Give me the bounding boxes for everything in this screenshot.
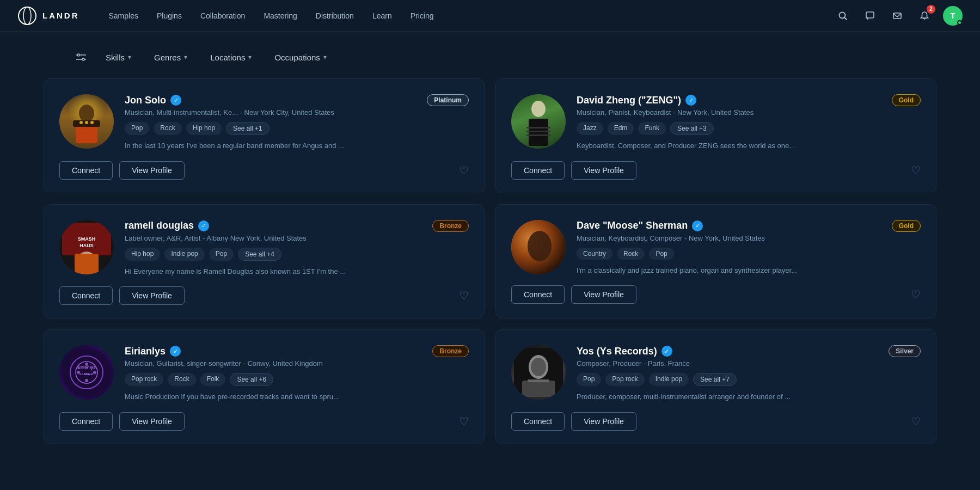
svg-point-36	[77, 371, 80, 374]
filter-settings-button[interactable]	[71, 47, 91, 68]
tag-1[interactable]: Rock	[617, 248, 645, 260]
nav-collaboration[interactable]: Collaboration	[193, 8, 253, 23]
avatar-yos-records	[511, 345, 566, 400]
tag-see-all[interactable]: See all +6	[230, 373, 273, 386]
svg-point-18	[531, 101, 546, 117]
view-profile-button[interactable]: View Profile	[119, 412, 185, 431]
svg-rect-21	[526, 131, 550, 132]
bio-text: In the last 10 years I've been a regular…	[125, 140, 408, 151]
profiles-grid: Jon Solo ✓ Platinum Musician, Multi-inst…	[44, 78, 936, 444]
favorite-button[interactable]: ♡	[911, 415, 921, 428]
tag-see-all[interactable]: See all +1	[226, 122, 270, 135]
bio-text: I'm a classically and jazz trained piano…	[577, 265, 860, 276]
genres-chevron-icon: ▾	[184, 53, 187, 61]
connect-button[interactable]: Connect	[511, 161, 565, 180]
favorite-button[interactable]: ♡	[911, 164, 921, 177]
svg-rect-22	[526, 134, 550, 136]
bio-text: Keyboardist, Composer, and Producer ZENG…	[577, 140, 860, 151]
bio-text: Producer, composer, multi-instrumentalis…	[577, 391, 860, 402]
nav-plugins[interactable]: Plugins	[149, 8, 189, 23]
svg-point-37	[93, 371, 96, 374]
locations-filter[interactable]: Locations ▾	[201, 48, 260, 66]
card-info: David Zheng ("ZENG") ✓ Gold Musician, Pi…	[577, 94, 921, 151]
locations-filter-label: Locations	[210, 53, 245, 62]
search-icon-button[interactable]	[834, 7, 852, 24]
card-top: Yos (Ys Records) ✓ Silver Composer, Prod…	[511, 345, 921, 402]
genres-filter[interactable]: Genres ▾	[145, 48, 196, 66]
tag-see-all[interactable]: See all +4	[238, 248, 281, 261]
genres-filter-label: Genres	[154, 53, 181, 62]
tag-1[interactable]: Rock	[168, 373, 195, 386]
connect-button[interactable]: Connect	[59, 286, 113, 305]
user-avatar-button[interactable]: T	[943, 6, 963, 26]
profile-card-eirianlys: Eirianlys ca Music Eirianlys ✓	[44, 329, 485, 444]
profile-meta: Musician, Pianist, Keyboardist - New Yor…	[577, 108, 921, 117]
nav-pricing[interactable]: Pricing	[403, 8, 442, 23]
brand-logo[interactable]: LANDR	[17, 6, 79, 26]
tag-2[interactable]: Hip hop	[186, 122, 222, 135]
view-profile-button[interactable]: View Profile	[119, 286, 185, 305]
tag-2[interactable]: Pop	[209, 248, 234, 261]
favorite-button[interactable]: ♡	[911, 288, 921, 301]
yos-avatar-art	[511, 345, 566, 400]
tag-1[interactable]: Pop rock	[605, 373, 644, 386]
tag-0[interactable]: Pop	[125, 122, 149, 135]
tags-row: Country Rock Pop	[577, 248, 921, 260]
profile-card-dave-moose-sherman: Dave "Moose" Sherman ✓ Gold Musician, Ke…	[495, 204, 936, 319]
tag-2[interactable]: Indie pop	[649, 373, 689, 386]
tag-0[interactable]: Pop	[577, 373, 601, 386]
favorite-button[interactable]: ♡	[459, 289, 469, 302]
nav-mastering[interactable]: Mastering	[256, 8, 304, 23]
card-top: Dave "Moose" Sherman ✓ Gold Musician, Ke…	[511, 220, 921, 276]
connect-button[interactable]: Connect	[511, 412, 565, 431]
favorite-button[interactable]: ♡	[459, 164, 469, 177]
card-actions: Connect View Profile ♡	[59, 412, 469, 431]
tag-0[interactable]: Pop rock	[125, 373, 163, 386]
svg-text:ca Music: ca Music	[79, 372, 94, 376]
skills-filter[interactable]: Skills ▾	[97, 48, 140, 66]
notifications-button[interactable]: 2	[916, 7, 933, 24]
card-top: SMASH HAUS ramell douglas ✓ Bronze	[59, 220, 469, 277]
mail-icon-button[interactable]	[889, 7, 906, 24]
chat-icon-button[interactable]	[861, 7, 879, 24]
tags-row: Hip hop Indie pop Pop See all +4	[125, 248, 469, 261]
favorite-button[interactable]: ♡	[459, 415, 469, 428]
card-header: Jon Solo ✓ Platinum	[125, 94, 469, 106]
avatar-david-zheng	[511, 94, 566, 149]
tag-1[interactable]: Indie pop	[164, 248, 204, 261]
online-status-dot	[957, 20, 962, 25]
card-header: Yos (Ys Records) ✓ Silver	[577, 345, 921, 357]
tag-2[interactable]: Pop	[649, 248, 673, 260]
card-header: David Zheng ("ZENG") ✓ Gold	[577, 94, 921, 106]
profile-meta: Composer, Producer - Paris, France	[577, 359, 921, 367]
profile-name: David Zheng ("ZENG")	[577, 95, 681, 106]
nav-learn[interactable]: Learn	[365, 8, 400, 23]
tag-0[interactable]: Hip hop	[125, 248, 160, 261]
bio-text: Hi Everyone my name is Ramell Douglas al…	[125, 266, 408, 277]
connect-button[interactable]: Connect	[511, 285, 565, 304]
nav-samples[interactable]: Samples	[101, 8, 146, 23]
view-profile-button[interactable]: View Profile	[119, 161, 185, 180]
occupations-filter[interactable]: Occupations ▾	[266, 48, 335, 66]
card-top: Jon Solo ✓ Platinum Musician, Multi-inst…	[59, 94, 469, 151]
nav-distribution[interactable]: Distribution	[308, 8, 362, 23]
tag-1[interactable]: Rock	[154, 122, 181, 135]
svg-line-3	[845, 17, 847, 20]
tag-1[interactable]: Edm	[608, 122, 634, 135]
card-actions: Connect View Profile ♡	[511, 412, 921, 431]
tag-2[interactable]: Folk	[200, 373, 226, 386]
profile-name: Eirianlys	[125, 346, 166, 357]
tag-0[interactable]: Jazz	[577, 122, 603, 135]
tag-see-all[interactable]: See all +7	[693, 373, 737, 386]
tag-0[interactable]: Country	[577, 248, 612, 260]
tier-badge: Gold	[892, 220, 921, 232]
view-profile-button[interactable]: View Profile	[571, 412, 636, 431]
tag-2[interactable]: Funk	[638, 122, 666, 135]
filter-bar: Skills ▾ Genres ▾ Locations ▾ Occupation…	[0, 32, 980, 78]
view-profile-button[interactable]: View Profile	[571, 285, 636, 304]
view-profile-button[interactable]: View Profile	[571, 161, 636, 180]
tag-see-all[interactable]: See all +3	[670, 122, 714, 135]
svg-rect-20	[526, 127, 550, 128]
connect-button[interactable]: Connect	[59, 161, 113, 180]
connect-button[interactable]: Connect	[59, 412, 113, 431]
